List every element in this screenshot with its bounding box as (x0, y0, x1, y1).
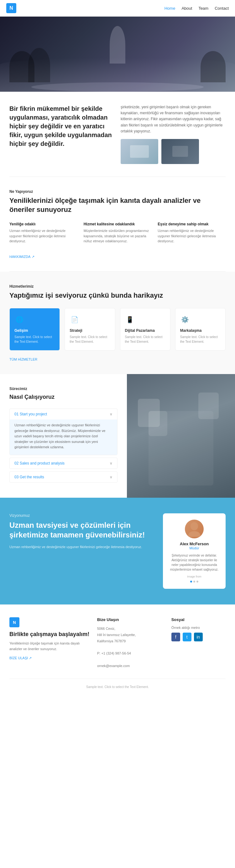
section-title-ne-yapiyoruz: Yeniliklerinizi ölçeğe taşımak için kanı… (9, 196, 226, 214)
footer-bottom: Sample text. Click to select the Text El… (9, 679, 226, 689)
intro-paragraph: şirketinizde, yeni girişimleri başarılı … (121, 104, 226, 134)
svg-point-0 (190, 522, 198, 530)
feature-1-title: Yeniliğe odaklı (9, 222, 78, 226)
nav-home[interactable]: Home (165, 6, 175, 11)
hakkimizda-link[interactable]: HAKKIMIZDA ↗ (9, 255, 34, 259)
intro-left: Bir fikrin mükemmel bir şekilde uygulanm… (9, 104, 114, 153)
footer-social-heading: Sosyal (171, 617, 226, 622)
accordion-03-title: 03 Get the results (14, 475, 44, 479)
feature-1-desc: Uzman rehberliğimiz ve desteğimizle uygu… (9, 228, 78, 244)
bize-ulasim-link[interactable]: BİZE ULAŞI ↗ (9, 656, 32, 660)
dot-3 (197, 581, 198, 583)
vision-title: Uzman tavsiyesi ve çözümleri için şirket… (9, 520, 153, 540)
gelisim-name: Gelişim (14, 328, 55, 333)
dots (169, 581, 219, 583)
vision-label: Vizyonumuz (9, 513, 153, 518)
footer-social: Sosyal Örnek aldığı metro f t in (171, 617, 226, 669)
dijital-icon: 📱 (125, 315, 135, 324)
feature-3-title: Eşsiz deneyime sahip olmak (157, 222, 226, 226)
process-image (127, 374, 235, 498)
markalasma-desc: Sample text. Click to select the Text El… (180, 335, 221, 344)
vision-right: Alex McFerson Müdür Şirketyonuz verimde … (163, 513, 226, 589)
footer-desc: Yeniliklerinizi ölçeğe taşımak için kanı… (9, 641, 91, 652)
person-name: Alex McFerson (169, 541, 219, 546)
accordion-02: 02 Sales and product analysis ∨ Get the … (9, 458, 117, 469)
twitter-icon[interactable]: t (183, 632, 192, 641)
surecimiz-label: Sürecimiz (9, 386, 117, 391)
tum-hizmetler-link[interactable]: TÜM HİZMETLER (9, 358, 37, 361)
dot-1 (190, 581, 192, 583)
footer-address: 5066 Ceviz,Hill İri tanımsız Lafayette,K… (97, 626, 165, 669)
accordion-03-arrow: ∨ (110, 475, 113, 479)
accordion-01-title: 01 Start you project (14, 412, 47, 416)
service-markalasma[interactable]: ⚙️ Markalaşma Sample text. Click to sele… (175, 308, 226, 350)
accordion-01: 01 Start you project ∨ Uzman rehberliğim… (9, 408, 117, 455)
surecimiz-title: Nasıl Çalışıyoruz (9, 394, 117, 401)
footer-tagline: Birlikte çalışmaya başlayalım! (9, 631, 91, 638)
service-strateji[interactable]: 📄 Strateji Sample text. Click to select … (64, 308, 115, 350)
testimonial-card: Alex McFerson Müdür Şirketyonuz verimde … (163, 513, 226, 589)
accordion-02-header[interactable]: 02 Sales and product analysis ∨ (10, 458, 117, 469)
intro-section: Bir fikrin mükemmel bir şekilde uygulanm… (0, 92, 235, 177)
vision-content: Vizyonumuz Uzman tavsiyesi ve çözümleri … (9, 513, 226, 589)
hizmetlerimiz-label: Hizmetlerimiz (9, 284, 226, 288)
nav-contact[interactable]: Contact (215, 6, 229, 11)
markalasma-name: Markalaşma (180, 328, 221, 333)
intro-image-2 (161, 139, 199, 164)
intro-right: şirketinizde, yeni girişimleri başarılı … (121, 104, 226, 164)
accordion-03: 03 Get the results ∨ (9, 471, 117, 483)
intro-image-1 (121, 139, 158, 164)
accordion-02-arrow: ∨ (110, 461, 113, 465)
navbar: N Home About Team Contact (0, 0, 235, 17)
footer-bottom-text: Sample text. Click to select the Text El… (9, 685, 226, 689)
accordion-01-body: Uzman rehberliğimiz ve desteğimizle uygu… (10, 420, 117, 455)
accordion-02-title: 02 Sales and product analysis (14, 461, 64, 465)
footer-brand: N Birlikte çalışmaya başlayalım! Yenilik… (9, 617, 91, 669)
intro-heading: Bir fikrin mükemmel bir şekilde uygulanm… (9, 104, 114, 148)
strateji-icon: 📄 (69, 315, 80, 324)
hero-image (0, 17, 235, 92)
feature-1: Yeniliğe odaklı Uzman rehberliğimiz ve d… (9, 222, 78, 244)
nav-logo: N (6, 3, 16, 13)
dijital-name: Dijital Pazarlama (125, 328, 166, 333)
section-label-ne-yapiyoruz: Ne Yapıyoruz (9, 189, 226, 194)
footer-contact-heading: Bize Ulaşın (97, 617, 165, 622)
footer-social-desc: Örnek aldığı metro (171, 626, 226, 629)
feature-3: Eşsiz deneyime sahip olmak Uzman rehberl… (157, 222, 226, 244)
accordion-03-header[interactable]: 03 Get the results ∨ (10, 472, 117, 483)
vision-desc: Uzman rehberliğimiz ve desteğimizle uygu… (9, 544, 153, 550)
process-img-fake (127, 374, 235, 498)
feature-2-title: Hizmet kalitesine odaklandık (84, 222, 152, 226)
nav-links: Home About Team Contact (165, 6, 229, 11)
footer-contact: Bize Ulaşın 5066 Ceviz,Hill İri tanımsız… (97, 617, 165, 669)
feature-2-desc: Müşterilerimizle sürdürülen programlarım… (84, 228, 152, 244)
footer-content: N Birlikte çalışmaya başlayalım! Yenilik… (9, 617, 226, 669)
hizmetlerimiz-title: Yaptığımız işi seviyoruz çünkü bunda har… (9, 291, 226, 300)
linkedin-icon[interactable]: in (194, 632, 203, 641)
dijital-desc: Sample text. Click to select the Text El… (125, 335, 166, 344)
service-gelisim[interactable]: 🌐 Gelişim Sample text. Click to select t… (9, 308, 60, 350)
footer: N Birlikte çalışmaya başlayalım! Yenilik… (0, 604, 235, 701)
nav-about[interactable]: About (181, 6, 192, 11)
process-left: Sürecimiz Nasıl Çalışıyoruz 01 Start you… (0, 374, 127, 498)
hizmetlerimiz-section: Hizmetlerimiz Yaptığımız işi seviyoruz ç… (0, 272, 235, 374)
service-dijital[interactable]: 📱 Dijital Pazarlama Sample text. Click t… (120, 308, 171, 350)
dot-2 (193, 581, 195, 583)
feature-3-desc: Uzman rehberliğimiz ve desteğimizle uygu… (157, 228, 226, 244)
nav-team[interactable]: Team (198, 6, 208, 11)
accordion-01-header[interactable]: 01 Start you project ∨ (10, 409, 117, 420)
avatar (185, 520, 204, 538)
ne-yapiyoruz-section: Ne Yapıyoruz Yeniliklerinizi ölçeğe taşı… (0, 177, 235, 271)
vision-left: Vizyonumuz Uzman tavsiyesi ve çözümleri … (9, 513, 153, 589)
testimonial-text: Şirketyonuz verimde ve defalılar. Aktöğr… (169, 553, 219, 572)
services-grid: 🌐 Gelişim Sample text. Click to select t… (9, 308, 226, 350)
facebook-icon[interactable]: f (171, 632, 180, 641)
process-accordion: 01 Start you project ∨ Uzman rehberliğim… (9, 408, 117, 483)
markalasma-icon: ⚙️ (180, 315, 190, 324)
accordion-01-arrow: ∨ (110, 412, 113, 416)
feature-2: Hizmet kalitesine odaklandık Müşterileri… (84, 222, 152, 244)
surecimiz-section: Sürecimiz Nasıl Çalışıyoruz 01 Start you… (0, 374, 235, 498)
social-icons: f t in (171, 632, 226, 641)
strateji-name: Strateji (69, 328, 110, 333)
vizyonumuz-section: Vizyonumuz Uzman tavsiyesi ve çözümleri … (0, 498, 235, 604)
